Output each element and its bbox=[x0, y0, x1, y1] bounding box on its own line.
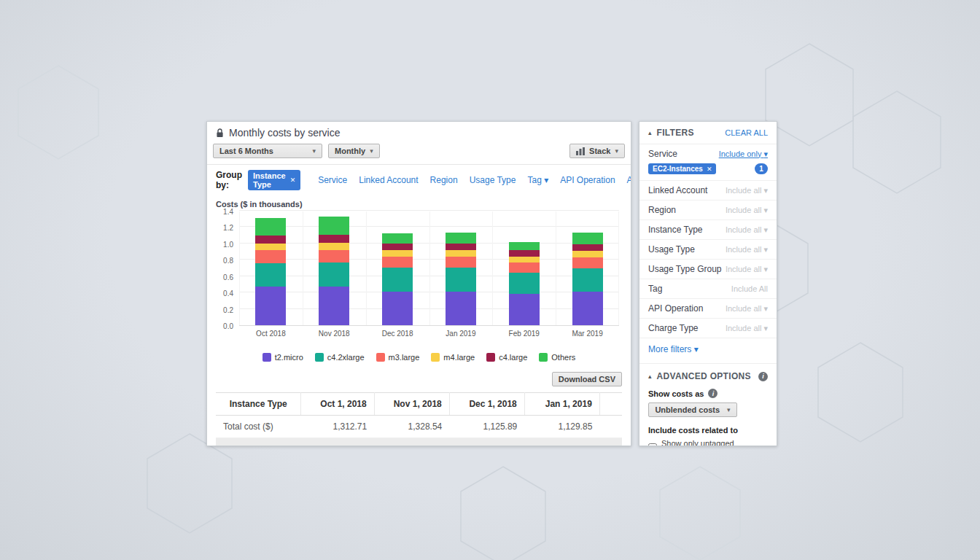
gridline bbox=[239, 210, 619, 211]
bar-segment-Others[interactable] bbox=[572, 233, 603, 244]
filter-row-charge-type[interactable]: Charge TypeInclude all ▾ bbox=[639, 319, 777, 338]
bar-segment-m3.large[interactable] bbox=[509, 262, 540, 273]
granularity-select[interactable]: Monthly ▾ bbox=[328, 144, 380, 158]
filter-include-dropdown[interactable]: Include all ▾ bbox=[726, 186, 768, 195]
bar-segment-t2.micro[interactable] bbox=[572, 292, 603, 325]
bar-segment-t2.micro[interactable] bbox=[446, 292, 476, 325]
cost-type-select[interactable]: Unblended costs ▾ bbox=[648, 402, 737, 417]
stacked-bar-mar-2019[interactable] bbox=[572, 233, 603, 325]
date-range-select[interactable]: Last 6 Months ▾ bbox=[213, 144, 322, 158]
bar-segment-m4.large[interactable] bbox=[509, 257, 540, 262]
clear-all-link[interactable]: CLEAR ALL bbox=[725, 128, 768, 137]
y-tick-label: 0.6 bbox=[223, 273, 233, 281]
bar-segment-m3.large[interactable] bbox=[255, 250, 286, 263]
bar-segment-c4.2xlarge[interactable] bbox=[382, 268, 413, 292]
untagged-resources-checkbox[interactable] bbox=[648, 443, 657, 446]
filter-row-region[interactable]: RegionInclude all ▾ bbox=[639, 201, 777, 220]
bar-segment-t2.micro[interactable] bbox=[382, 292, 413, 325]
bar-segment-m4.large[interactable] bbox=[446, 250, 476, 256]
bar-segment-m4.large[interactable] bbox=[572, 251, 603, 257]
close-icon[interactable]: ✕ bbox=[290, 176, 296, 184]
bar-segment-Others[interactable] bbox=[319, 217, 349, 235]
group-by-option-tag[interactable]: Tag ▾ bbox=[527, 175, 548, 185]
info-icon[interactable]: i bbox=[708, 389, 718, 398]
group-by-option-service[interactable]: Service bbox=[318, 175, 347, 185]
service-chip[interactable]: EC2-Instances ✕ bbox=[648, 163, 716, 174]
group-by-option-api-operation[interactable]: API Operation bbox=[560, 175, 615, 185]
group-by-active-label: Instance Type bbox=[253, 171, 286, 189]
bar-segment-t2.micro[interactable] bbox=[319, 287, 349, 325]
filter-include-dropdown[interactable]: Include all ▾ bbox=[726, 324, 768, 333]
bar-segment-m3.large[interactable] bbox=[446, 257, 476, 268]
cost-type-value: Unblended costs bbox=[655, 405, 720, 414]
bar-segment-c4.large[interactable] bbox=[255, 236, 286, 244]
collapse-caret-icon[interactable]: ▴ bbox=[648, 373, 652, 380]
close-icon[interactable]: ✕ bbox=[707, 166, 712, 173]
bar-segment-t2.micro[interactable] bbox=[255, 287, 286, 325]
stacked-bar-jan-2019[interactable] bbox=[446, 233, 476, 325]
group-by-option-linked-account[interactable]: Linked Account bbox=[359, 175, 418, 185]
bar-segment-c4.large[interactable] bbox=[382, 244, 413, 250]
filter-include-dropdown[interactable]: Include all ▾ bbox=[726, 225, 768, 235]
more-filters-link[interactable]: More filters ▾ bbox=[639, 338, 777, 360]
filters-header: ▴ FILTERS CLEAR ALL bbox=[639, 122, 777, 144]
bar-segment-c4.2xlarge[interactable] bbox=[255, 263, 286, 287]
bar-segment-c4.2xlarge[interactable] bbox=[572, 268, 603, 292]
bar-segment-m4.large[interactable] bbox=[319, 243, 349, 250]
filter-row-api-operation[interactable]: API OperationInclude all ▾ bbox=[639, 299, 777, 319]
filter-include-dropdown[interactable]: Include all ▾ bbox=[726, 245, 768, 254]
stacked-bar-nov-2018[interactable] bbox=[319, 217, 349, 325]
cost-report-panel: Monthly costs by service Last 6 Months ▾… bbox=[206, 121, 631, 446]
filter-include-dropdown[interactable]: Include all ▾ bbox=[726, 304, 768, 314]
filter-include-dropdown[interactable]: Include all ▾ bbox=[726, 265, 768, 274]
download-csv-button[interactable]: Download CSV bbox=[552, 372, 622, 386]
legend-swatch bbox=[431, 353, 440, 362]
gridline-vertical bbox=[303, 211, 303, 325]
service-filter-chips: EC2-Instances ✕ 1 bbox=[639, 160, 777, 181]
table-column-header: Instance Type bbox=[216, 393, 301, 416]
bar-segment-c4.large[interactable] bbox=[319, 235, 349, 243]
bar-segment-c4.large[interactable] bbox=[446, 244, 476, 250]
bar-segment-c4.2xlarge[interactable] bbox=[319, 262, 349, 286]
y-tick-label: 1.0 bbox=[223, 241, 233, 249]
filter-row-linked-account[interactable]: Linked AccountInclude all ▾ bbox=[639, 181, 777, 201]
bar-segment-m3.large[interactable] bbox=[572, 257, 603, 268]
filter-row-usage-type[interactable]: Usage TypeInclude all ▾ bbox=[639, 240, 777, 260]
service-include-mode-dropdown[interactable]: Include only ▾ bbox=[719, 149, 768, 159]
info-icon[interactable]: i bbox=[758, 372, 768, 381]
filter-row-instance-type[interactable]: Instance TypeInclude all ▾ bbox=[639, 220, 777, 240]
filter-row-usage-type-group[interactable]: Usage Type GroupInclude all ▾ bbox=[639, 260, 777, 279]
bar-segment-m3.large[interactable] bbox=[382, 257, 413, 268]
filter-row-tag[interactable]: TagInclude All bbox=[639, 279, 777, 299]
bar-segment-c4.large[interactable] bbox=[509, 250, 540, 256]
filter-include-dropdown[interactable]: Include All bbox=[731, 284, 768, 293]
chart-legend: t2.microc4.2xlargem3.largem4.largec4.lar… bbox=[216, 353, 622, 362]
bar-segment-Others[interactable] bbox=[382, 233, 413, 244]
table-column-header: Dec 1, 2018 bbox=[449, 393, 524, 416]
bar-segment-Others[interactable] bbox=[255, 218, 286, 236]
bar-segment-Others[interactable] bbox=[509, 242, 540, 251]
bar-segment-c4.large[interactable] bbox=[572, 244, 603, 251]
bar-segment-m4.large[interactable] bbox=[382, 250, 413, 256]
bar-segment-c4.2xlarge[interactable] bbox=[446, 268, 476, 292]
legend-label: Others bbox=[551, 353, 575, 362]
bar-segment-m3.large[interactable] bbox=[319, 250, 349, 262]
advanced-options-title: ADVANCED OPTIONS bbox=[657, 371, 751, 381]
group-by-option-availability-zone[interactable]: Availability Zone bbox=[627, 175, 631, 185]
bar-segment-c4.2xlarge[interactable] bbox=[509, 273, 540, 295]
filter-include-dropdown[interactable]: Include all ▾ bbox=[726, 206, 768, 215]
chart-style-select[interactable]: Stack ▾ bbox=[569, 144, 625, 158]
group-by-active-pill[interactable]: Instance Type ✕ bbox=[248, 170, 300, 190]
bar-segment-m4.large[interactable] bbox=[255, 244, 286, 251]
filter-row-service[interactable]: Service Include only ▾ bbox=[639, 144, 777, 160]
stacked-bar-oct-2018[interactable] bbox=[255, 218, 286, 325]
stacked-bar-dec-2018[interactable] bbox=[382, 233, 413, 325]
group-by-option-usage-type[interactable]: Usage Type bbox=[470, 175, 516, 185]
collapse-caret-icon[interactable]: ▴ bbox=[648, 129, 652, 136]
stacked-bar-feb-2019[interactable] bbox=[509, 242, 540, 325]
bar-segment-t2.micro[interactable] bbox=[509, 294, 540, 325]
service-chip-label: EC2-Instances bbox=[653, 165, 703, 173]
filter-label: Usage Type Group bbox=[648, 264, 722, 274]
group-by-option-region[interactable]: Region bbox=[430, 175, 458, 185]
bar-segment-Others[interactable] bbox=[446, 233, 476, 244]
